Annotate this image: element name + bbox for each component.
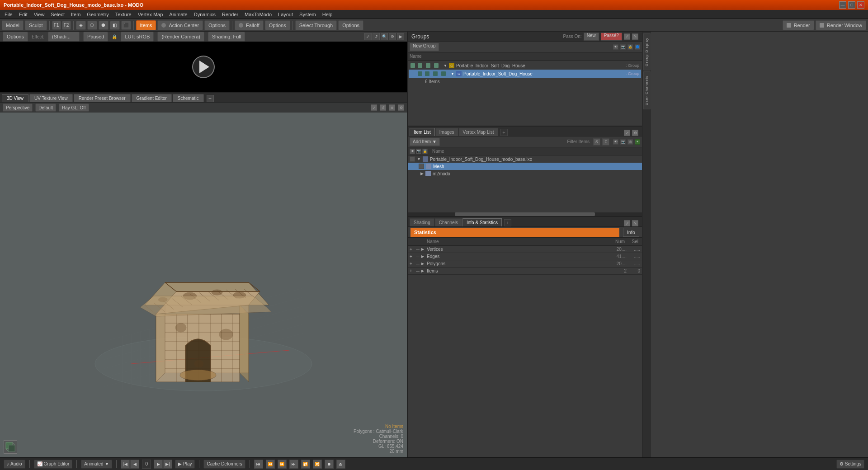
menu-layout[interactable]: Layout: [275, 11, 296, 18]
ray-gl-btn[interactable]: Ray GL: Off: [59, 103, 89, 112]
sculpt-mode-button[interactable]: Sculpt: [25, 20, 47, 30]
group-row-1[interactable]: ▼ G Portable_Indoor_Soft_Dog_House : Gro…: [409, 61, 641, 70]
groups-expand-icon[interactable]: ⤢: [624, 33, 630, 40]
item-row-mesh[interactable]: Mesh: [408, 163, 642, 170]
render-refresh-icon[interactable]: ↺: [373, 33, 380, 40]
stats-arrow-2[interactable]: ▶: [421, 247, 427, 251]
timeline-icon-3[interactable]: ⏩: [278, 460, 287, 469]
falloff-button[interactable]: Falloff: [235, 20, 264, 30]
menu-dynamics[interactable]: Dynamics: [191, 11, 218, 18]
groups-expand-icon-2[interactable]: ⤡: [632, 33, 638, 40]
add-stats-tab[interactable]: +: [504, 219, 511, 226]
settings-button[interactable]: ⚙ Settings: [836, 460, 864, 469]
menu-item[interactable]: Item: [68, 11, 83, 18]
play-preview-button[interactable]: [192, 56, 215, 78]
stats-arrow-8[interactable]: ▶: [421, 269, 427, 273]
groups-camera-1[interactable]: [418, 63, 425, 68]
groups-lock-btn-2[interactable]: [441, 71, 448, 76]
groups-lock-btn-1[interactable]: [434, 63, 441, 68]
add-panel-tab[interactable]: +: [500, 129, 508, 136]
item-add-icon[interactable]: +: [635, 139, 640, 145]
group-row-2[interactable]: ▼ G Portable_Indoor_Soft_Dog_House : Gro…: [409, 70, 641, 78]
stats-arrow-3[interactable]: —: [416, 254, 421, 258]
item-eye-1[interactable]: 👁: [613, 139, 618, 145]
timeline-icon-8[interactable]: ⏏: [336, 460, 345, 469]
groups-eye-1[interactable]: 👁: [613, 44, 618, 50]
shading-btn[interactable]: Shading: Full: [208, 32, 245, 42]
menu-view[interactable]: View: [31, 11, 47, 18]
menu-texture[interactable]: Texture: [113, 11, 134, 18]
transport-prev-btn[interactable]: ◀: [130, 460, 139, 469]
add-view-tab-button[interactable]: +: [207, 95, 214, 102]
groups-eye-3[interactable]: 🔵: [635, 44, 640, 50]
mode-btn-5[interactable]: ⬛: [121, 21, 131, 30]
add-item-button[interactable]: Add Item ▼: [410, 138, 440, 146]
tab-channels[interactable]: Channels: [435, 218, 462, 226]
stats-arrow-6[interactable]: ▶: [421, 262, 427, 266]
transport-start-btn[interactable]: |◀: [121, 460, 130, 469]
viewport[interactable]: Perspective Default Ray GL: Off ⤢ ↺ ⊕ ⚙: [0, 103, 407, 457]
render-button[interactable]: Render: [783, 20, 814, 30]
effect-select[interactable]: (Shadi...: [48, 32, 80, 42]
options-3-button[interactable]: Options: [338, 20, 363, 30]
menu-help[interactable]: Help: [320, 11, 335, 18]
options-1-button[interactable]: Options: [204, 20, 230, 30]
filter-s-btn[interactable]: S: [593, 138, 600, 146]
transport-next-btn[interactable]: ▶|: [163, 460, 172, 469]
tab-3d-view[interactable]: 3D View: [2, 94, 28, 102]
pause-status[interactable]: Paused: [83, 32, 108, 42]
f1-button[interactable]: F1: [52, 21, 61, 30]
item-list-scrollbar[interactable]: [408, 212, 642, 216]
tab-render-preset[interactable]: Render Preset Browser: [74, 94, 131, 102]
maximize-button[interactable]: □: [848, 1, 855, 9]
tab-images[interactable]: Images: [435, 128, 458, 136]
tab-gradient-editor[interactable]: Gradient Editor: [132, 94, 172, 102]
timeline-icon-4[interactable]: ⏭: [289, 460, 298, 469]
stats-plus-3[interactable]: +: [410, 261, 416, 266]
tab-item-list[interactable]: Item List: [410, 128, 435, 136]
groups-render-1[interactable]: [426, 63, 433, 68]
vp-rotate-icon[interactable]: ↺: [380, 104, 386, 111]
action-center-button[interactable]: Action Center: [157, 20, 203, 30]
render-more-icon[interactable]: ▶: [397, 33, 404, 40]
vp-expand-icon[interactable]: ⤢: [371, 104, 377, 111]
timeline-icon-7[interactable]: ⏺: [325, 460, 334, 469]
stats-expand-icon[interactable]: ⤢: [624, 220, 630, 226]
audio-button[interactable]: ♪ Audio: [4, 460, 25, 469]
minimize-button[interactable]: —: [839, 1, 846, 9]
item-row-eye-1[interactable]: [410, 156, 415, 162]
info-btn[interactable]: Info: [623, 228, 639, 237]
graph-editor-button[interactable]: 📈 Graph Editor: [34, 460, 73, 469]
new-group-button[interactable]: New Group: [410, 43, 439, 51]
stats-plus-1[interactable]: +: [410, 247, 416, 252]
stats-plus-2[interactable]: +: [410, 254, 416, 259]
item-row-eye-2[interactable]: [419, 164, 424, 169]
menu-geometry[interactable]: Geometry: [84, 11, 111, 18]
tab-uv-texture[interactable]: UV Texture View: [29, 94, 73, 102]
stats-arrow-5[interactable]: —: [416, 262, 421, 266]
user-channels-btn[interactable]: User Channels: [643, 71, 651, 109]
item-render-1[interactable]: ◎: [627, 139, 633, 145]
timeline-icon-2[interactable]: ⏪: [266, 460, 275, 469]
stats-arrow-1[interactable]: —: [416, 247, 421, 251]
tab-schematic[interactable]: Schematic: [173, 94, 204, 102]
menu-edit[interactable]: Edit: [16, 11, 30, 18]
menu-vertex-map[interactable]: Vertex Map: [135, 11, 166, 18]
item-list-settings-icon[interactable]: ⚙: [632, 130, 638, 136]
stats-arrow-7[interactable]: —: [416, 269, 421, 273]
item-expand-arrow-3[interactable]: ▶: [420, 171, 424, 176]
close-button[interactable]: ✕: [857, 1, 864, 9]
mode-btn-3[interactable]: ⬢: [99, 21, 108, 30]
groups-eye-toggle-2[interactable]: [418, 71, 425, 76]
group-toggle-1[interactable]: ▼: [443, 63, 448, 68]
render-settings-icon[interactable]: ⚙: [389, 33, 396, 40]
new-pass-button[interactable]: New: [584, 33, 599, 41]
render-zoom-icon[interactable]: 🔍: [381, 33, 388, 40]
vp-settings-icon[interactable]: ⚙: [398, 104, 404, 111]
menu-select[interactable]: Select: [48, 11, 67, 18]
options-2-button[interactable]: Options: [265, 20, 290, 30]
render-expand-icon[interactable]: ⤢: [364, 33, 372, 40]
select-mode-btn[interactable]: ◈: [76, 21, 86, 30]
lut-btn[interactable]: LUT: sRGB: [121, 32, 154, 42]
item-camera-1[interactable]: 📷: [620, 139, 626, 145]
